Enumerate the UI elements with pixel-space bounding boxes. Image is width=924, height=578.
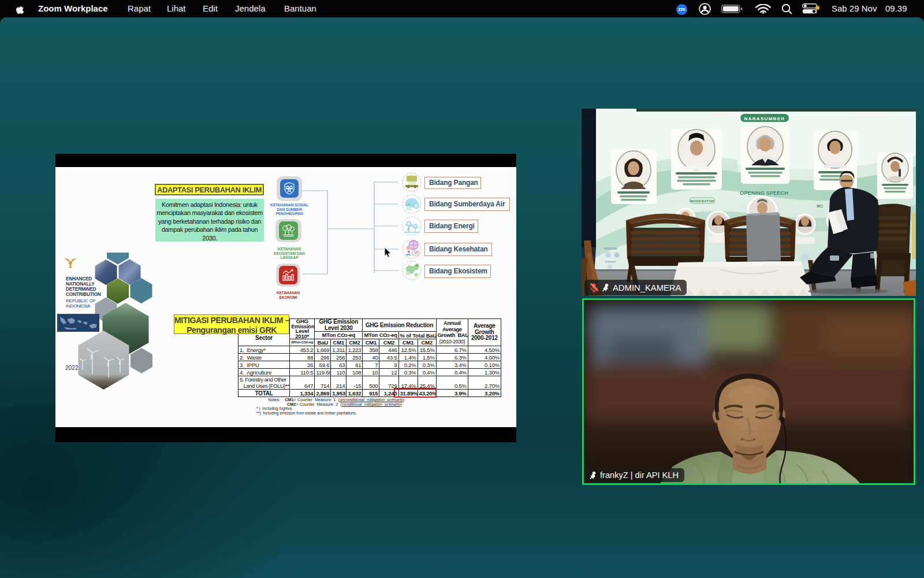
svg-text:INDONESIA: INDONESIA xyxy=(66,303,91,309)
svg-text:MODERATOR: MODERATOR xyxy=(690,199,714,203)
svg-text:CONTRIBUTION: CONTRIBUTION xyxy=(66,291,101,297)
svg-text:2022: 2022 xyxy=(65,365,79,371)
svg-text:REPUBLIC OF: REPUBLIC OF xyxy=(66,298,95,303)
svg-text:OPENING SPEECH: OPENING SPEECH xyxy=(740,190,788,196)
svg-text:NARASUMBER: NARASUMBER xyxy=(744,116,785,121)
svg-text:MC: MC xyxy=(817,204,823,208)
